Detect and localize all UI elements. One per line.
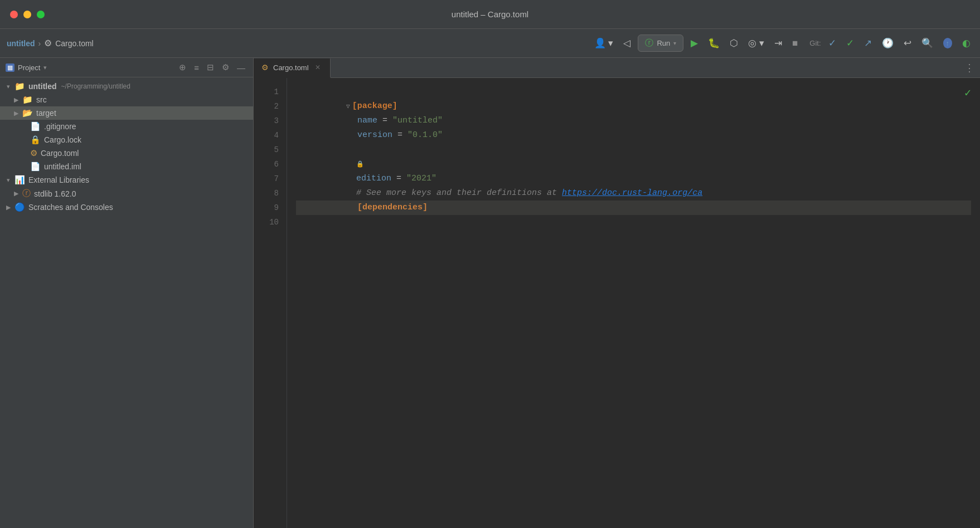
code-content[interactable]: ▽[package] name = "untitled" version = "… [287, 78, 980, 528]
tab-file-icon: ⚙ [261, 63, 269, 72]
git-update-icon: ✓ [828, 37, 836, 49]
root-label: untitled [28, 82, 57, 91]
line-num-1: 1 [254, 85, 287, 99]
git-update-button[interactable]: ✓ [826, 35, 839, 51]
code-line-8: [dependencies] [296, 186, 971, 201]
line-num-10: 10 [254, 215, 287, 229]
git-rollback-icon: ↩ [904, 37, 911, 49]
search-button[interactable]: 🔍 [919, 35, 936, 51]
close-button[interactable] [10, 11, 18, 18]
stop-icon: ■ [792, 38, 798, 49]
sidebar-title: ▦ Project ▾ [6, 63, 47, 72]
account-button[interactable]: 👤 ▾ [591, 35, 617, 51]
file-valid-indicator: ✓ [964, 85, 971, 102]
sidebar-item-stdlib[interactable]: ▶ ⓡ stdlib 1.62.0 [0, 187, 253, 201]
line-num-7: 7 [254, 172, 287, 186]
expand-icon: ▶ [12, 110, 20, 117]
line-num-3: 3 [254, 114, 287, 128]
target-label: target [36, 109, 56, 118]
run-icon: ⓡ [645, 38, 653, 48]
scratches-icon: 🔵 [14, 202, 25, 212]
git-history-button[interactable]: 🕐 [879, 35, 896, 51]
breadcrumb: untitled › ⚙ Cargo.toml [7, 38, 94, 48]
stop-button[interactable]: ■ [789, 36, 801, 51]
settings-button[interactable]: ⚙ [220, 61, 231, 74]
maximize-button[interactable] [37, 11, 45, 18]
minimize-button[interactable] [23, 11, 31, 18]
sidebar-header: ▦ Project ▾ ⊕ ≡ ⊟ ⚙ — [0, 58, 253, 77]
tab-close-button[interactable]: ✕ [313, 63, 322, 72]
library-icon: 📊 [14, 175, 25, 185]
more-run-button[interactable]: ⇥ [772, 35, 785, 51]
sidebar-actions: ⊕ ≡ ⊟ ⚙ — [177, 61, 248, 74]
gitignore-label: .gitignore [44, 122, 76, 131]
notifications-button[interactable]: ↑ [940, 36, 955, 51]
sidebar-item-root[interactable]: ▾ 📁 untitled ~/Programming/untitled [0, 80, 253, 93]
search-icon: 🔍 [921, 37, 933, 49]
git-commit-button[interactable]: ✓ [843, 35, 857, 51]
expand-icon: ▶ [12, 190, 20, 197]
tab-label: Cargo.toml [273, 63, 309, 72]
play-icon: ▶ [691, 37, 698, 49]
close-sidebar-button[interactable]: — [235, 61, 248, 74]
back-button[interactable]: ◁ [620, 35, 633, 51]
collapse-all-button[interactable]: ≡ [192, 61, 201, 74]
toml-icon: ⚙ [30, 148, 37, 158]
main-layout: ▦ Project ▾ ⊕ ≡ ⊟ ⚙ — ▾ 📁 untitled ~/Pro… [0, 58, 980, 528]
sidebar-title-text: Project [18, 63, 40, 72]
more-run-icon: ⇥ [774, 37, 782, 49]
lock-icon: 🔒 [30, 135, 41, 145]
play-button[interactable]: ▶ [688, 35, 701, 51]
code-editor[interactable]: 1 2 3 4 5 6 7 8 9 10 ▽[package] name = [254, 78, 980, 528]
debug-button[interactable]: 🐛 [705, 35, 722, 51]
run-button[interactable]: ⓡ Run ▾ [638, 35, 683, 52]
tabs-overflow-button[interactable]: ⋮ [959, 62, 980, 74]
git-commit-icon: ✓ [846, 37, 854, 49]
git-history-icon: 🕐 [882, 37, 894, 49]
tab-cargo-toml[interactable]: ⚙ Cargo.toml ✕ [254, 58, 331, 78]
sidebar: ▦ Project ▾ ⊕ ≡ ⊟ ⚙ — ▾ 📁 untitled ~/Pro… [0, 58, 254, 528]
coverage-button[interactable]: ◎ ▾ [745, 35, 767, 51]
help-button[interactable]: ◐ [959, 35, 973, 51]
git-rollback-button[interactable]: ↩ [901, 35, 914, 51]
code-line-10 [296, 215, 971, 229]
window-title: untitled – Cargo.toml [452, 9, 528, 19]
code-line-6: # See more keys and their definitions at… [296, 157, 971, 172]
sidebar-item-gitignore[interactable]: 📄 .gitignore [0, 120, 253, 133]
breadcrumb-file: Cargo.toml [55, 39, 93, 48]
scratches-label: Scratches and Consoles [28, 203, 113, 212]
project-name: untitled [7, 39, 35, 48]
git-push-button[interactable]: ↗ [861, 35, 875, 51]
root-path: ~/Programming/untitled [61, 82, 130, 90]
sidebar-item-src[interactable]: ▶ 📁 src [0, 93, 253, 106]
file-tree: ▾ 📁 untitled ~/Programming/untitled ▶ 📁 … [0, 77, 253, 528]
line-num-4: 4 [254, 128, 287, 143]
cargo-toml-label: Cargo.toml [41, 149, 79, 158]
upload-icon: ↑ [943, 38, 953, 48]
code-line-9[interactable] [296, 201, 971, 215]
sidebar-item-scratches[interactable]: ▶ 🔵 Scratches and Consoles [0, 201, 253, 214]
line-num-8: 8 [254, 186, 287, 201]
debug-icon: 🐛 [708, 37, 720, 49]
line-num-9: 9 [254, 201, 287, 215]
filter-button[interactable]: ⊟ [205, 61, 216, 74]
add-item-button[interactable]: ⊕ [177, 61, 188, 74]
editor-tabs: ⚙ Cargo.toml ✕ ⋮ [254, 58, 980, 78]
expand-icon: ▾ [4, 83, 12, 90]
sidebar-item-ext-libs[interactable]: ▾ 📊 External Libraries [0, 173, 253, 187]
profile-button[interactable]: ⬡ [727, 35, 741, 51]
src-label: src [36, 95, 47, 104]
sidebar-item-target[interactable]: ▶ 📂 target [0, 106, 253, 120]
editor-area: ⚙ Cargo.toml ✕ ⋮ 1 2 3 4 5 6 7 8 9 10 [254, 58, 980, 528]
code-line-3: version = "0.1.0" [296, 114, 971, 128]
sidebar-item-untitled-iml[interactable]: 📄 untitled.iml [0, 160, 253, 173]
breadcrumb-separator: › [38, 39, 41, 48]
code-line-1: ▽[package] [296, 85, 971, 99]
run-label: Run [657, 39, 670, 47]
sidebar-item-cargo-toml[interactable]: ⚙ Cargo.toml [0, 146, 253, 160]
file-icon: ⚙ [44, 38, 52, 48]
title-bar: untitled – Cargo.toml [0, 0, 980, 29]
file-icon: 📄 [30, 121, 41, 131]
sidebar-item-cargo-lock[interactable]: 🔒 Cargo.lock [0, 133, 253, 146]
expand-icon: ▶ [12, 96, 20, 104]
